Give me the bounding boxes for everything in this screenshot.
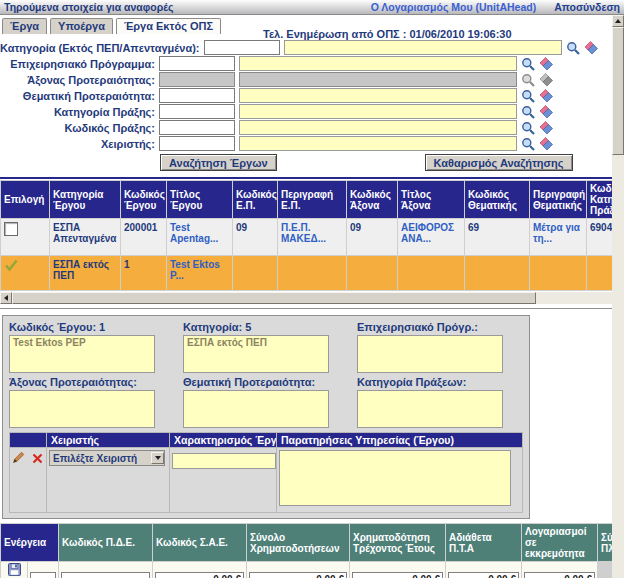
sae-code-input[interactable] [61,572,150,578]
detail-category-label: Κατηγορία: 5 [183,320,353,333]
total-payments-input[interactable] [524,572,595,578]
scroll-left-button[interactable] [0,292,12,304]
praxis-category-desc-input[interactable] [239,104,517,119]
detail-axis-textarea[interactable] [9,390,155,428]
ep-code-cell: 09 [233,219,277,255]
praxis-desc-input[interactable] [239,120,517,135]
category-label: Κατηγορία (Εκτός ΠΕΠ/Απενταγμένα): [0,42,200,54]
characterization-col-header: Χαρακτηρισμός Έργου [170,433,276,447]
axis-code-cell: 09 [347,219,397,255]
save-cell [1,562,27,578]
operator-header-row: Χειριστής Χαρακτηρισμός Έργου Παρατηρήσε… [10,433,522,447]
form-row-praxis-code: Κωδικός Πράξης: [0,120,612,135]
operator-desc-input[interactable] [239,136,517,151]
axis-desc-input [239,72,517,87]
remarks-textarea[interactable] [279,450,511,506]
form-row-program: Επιχειρησιακό Πρόγραμμα: [0,56,612,71]
program-desc-input[interactable] [239,56,517,71]
page-vertical-scrollbar[interactable] [612,15,624,578]
operator-code-input[interactable] [159,136,235,151]
total-funding-input[interactable] [155,572,244,578]
edit-pencil-icon[interactable] [12,451,25,464]
search-icon[interactable] [521,57,535,71]
axis-title-link[interactable]: ΑΕΙΦΟΡΟΣ ΑΝΑ... [401,222,454,244]
operator-col-header: Χειριστής [47,433,169,447]
operator-select[interactable]: Επιλέξτε Χειριστή [49,450,165,466]
delete-x-icon[interactable] [32,453,43,464]
operator-select-cell: Επιλέξτε Χειριστή [47,448,169,512]
page-title: Τηρούμενα στοιχεία για αναφορές [4,1,173,13]
scroll-up-button[interactable] [612,15,624,27]
eraser-icon[interactable] [539,137,553,151]
category-cell: ΕΣΠΑ εκτός ΠΕΠ [50,256,120,290]
detail-program-label: Επιχειρησιακό Πρόγρ.: [357,320,523,333]
results-horizontal-scrollbar[interactable] [0,292,612,304]
praxis-code-cell [587,256,612,290]
unallocated-pta-input[interactable] [352,572,443,578]
current-year-funding-input[interactable] [249,572,347,578]
tab-erga-ektos-ops[interactable]: Έργα Εκτός ΟΠΣ [116,18,221,34]
col-unallocated-pta: Αδιάθετα Π.Τ.Α [446,524,521,561]
tab-erga[interactable]: Έργα [2,18,47,34]
operator-actions-header [10,433,46,447]
ep-code-cell [233,256,277,290]
clear-search-button[interactable]: Καθαρισμός Αναζήτησης [425,154,573,171]
ep-desc-cell: Π.Ε.Π. ΜΑΚΕΔ... [278,219,346,255]
scrollbar-track[interactable] [612,155,624,578]
characterization-input[interactable] [172,453,276,469]
my-account-link[interactable]: Ο Λογαριασμός Μου (UnitAHead) [371,1,537,13]
current-year-input-cell [247,562,349,578]
praxis-code-input[interactable] [159,120,235,135]
search-projects-button[interactable]: Αναζήτηση Έργων [160,154,277,171]
pending-input-cell [446,562,521,578]
search-icon[interactable] [566,41,580,55]
thematic-desc-input[interactable] [239,88,517,103]
eraser-icon[interactable] [539,121,553,135]
thematic-desc-link[interactable]: Μέτρα για τη... [533,222,580,244]
title-cell: Test Ektos P... [167,256,232,290]
eraser-icon[interactable] [539,89,553,103]
last-update-text: Τελ. Ενημέρωση από ΟΠΣ : 01/06/2010 19:0… [263,28,512,40]
detail-category-textarea[interactable]: ΕΣΠΑ εκτός ΠΕΠ [183,335,329,373]
project-title-link[interactable]: Test Apentag... [170,222,218,244]
program-code-input[interactable] [159,56,235,71]
left-arrow-icon [1,295,8,301]
green-check-icon [4,263,18,274]
eraser-icon[interactable] [539,57,553,71]
logout-link[interactable]: Αποσύνδεση [554,1,620,13]
axis-title-cell: ΑΕΙΦΟΡΟΣ ΑΝΑ... [398,219,464,255]
search-icon[interactable] [521,89,535,103]
tab-ypoerga[interactable]: Υποέργα [50,18,113,34]
axis-code-input [159,72,235,87]
dropdown-arrow-icon[interactable] [151,452,164,464]
pde-code-input[interactable] [30,572,56,578]
ep-desc-link[interactable]: Π.Ε.Π. ΜΑΚΕΔ... [281,222,326,244]
project-title-link[interactable]: Test Ektos P... [170,259,220,281]
detail-thematic-textarea[interactable] [183,390,329,428]
row-checkbox[interactable] [4,222,18,236]
eraser-icon[interactable] [584,41,598,55]
search-icon[interactable] [521,105,535,119]
scrollbar-thumb[interactable] [612,27,624,155]
save-floppy-icon[interactable] [8,563,21,578]
scrollbar-track[interactable] [536,292,612,304]
pending-accounts-input[interactable] [448,572,519,578]
detail-project-title-textarea[interactable]: Test Ektos PEP [9,335,155,373]
praxis-code-cell: 6904 [587,219,612,255]
praxis-category-code-input[interactable] [159,104,235,119]
category-code-input[interactable] [204,40,280,55]
detail-praxis-category-textarea[interactable] [357,390,503,428]
scrollbar-thumb[interactable] [12,292,536,304]
search-icon[interactable] [521,121,535,135]
col-praxis-category-code: Κωδικός Κατηγορ Πράξης [587,181,612,218]
search-icon[interactable] [521,137,535,151]
thematic-code-cell [465,256,529,290]
detail-program-textarea[interactable] [357,335,503,373]
thematic-code-input[interactable] [159,88,235,103]
eraser-icon[interactable] [539,105,553,119]
table-row-selected[interactable]: ΕΣΠΑ εκτός ΠΕΠ 1 Test Ektos P... [1,256,612,290]
form-row-operator: Χειριστής: [0,136,612,151]
category-desc-input[interactable] [284,40,562,55]
detail-project-code-label: Κωδικός Έργου: 1 [9,320,179,333]
title-cell: Test Apentag... [167,219,232,255]
